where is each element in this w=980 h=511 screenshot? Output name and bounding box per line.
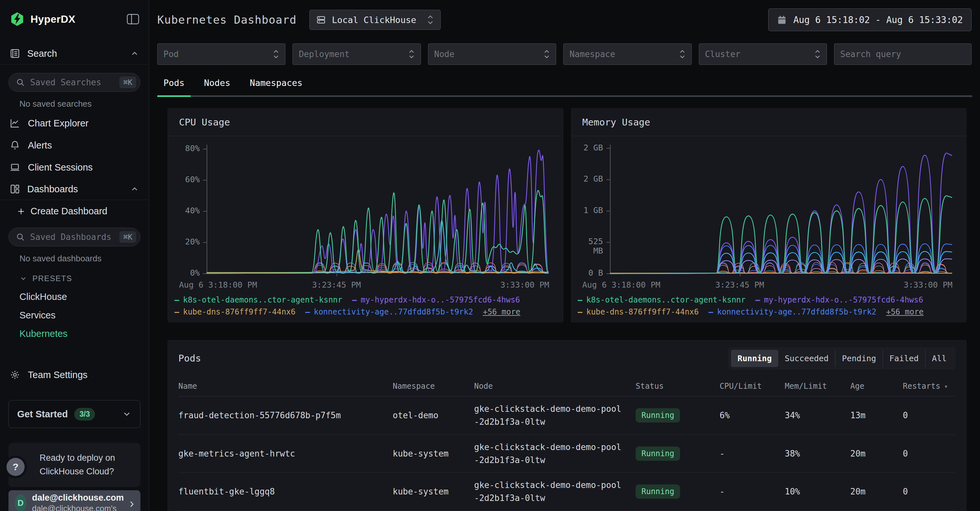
preset-list: ClickHouseServicesKubernetes [0,288,149,343]
status-filter-running[interactable]: Running [731,350,778,367]
legend-item[interactable]: —my-hyperdx-hdx-o..-57975fcd6-4hws6 [352,295,520,304]
filter-select-deployment[interactable]: Deployment [293,43,421,65]
filter-placeholder: Cluster [705,49,741,59]
chevron-down-icon [19,275,27,282]
column-header-node[interactable]: Node [474,376,636,396]
column-header-namespace[interactable]: Namespace [393,376,474,396]
legend-item[interactable]: —k8s-otel-daemons..ctor-agent-ksnnr [175,295,342,304]
select-chevrons-icon [814,49,821,59]
search-query-input[interactable]: Search query [834,43,972,65]
cpu-usage-card: CPU Usage 80%60%40%20%0%Aug 6 3:18:00 PM… [168,108,563,322]
sidebar-collapse-button[interactable] [127,14,139,25]
user-identity: dale@clickhouse.com dale@clickhouse.com'… [32,492,124,511]
table-row[interactable]: gke-metrics-agent-hrwtckube-systemgke-cl… [178,435,956,473]
legend-item[interactable]: —kube-dns-876ff9ff7-44nx6 [175,307,296,317]
legend-swatch: — [175,307,179,317]
status-filter-failed[interactable]: Failed [883,350,925,367]
preset-item-services[interactable]: Services [0,306,149,325]
filter-select-pod[interactable]: Pod [157,43,285,65]
sidebar-item-label: Search [27,48,57,59]
search-icon [16,78,25,87]
filter-select-cluster[interactable]: Cluster [699,43,827,65]
y-axis-tick-label: 2 GB [571,143,603,153]
presets-section-toggle[interactable]: PRESETS [0,267,149,288]
chart-body[interactable]: 2 GB2 GB1 GB525 MB0 BAug 6 3:18:00 PM3:2… [571,136,966,322]
filter-select-namespace[interactable]: Namespace [563,43,691,65]
tab-nodes[interactable]: Nodes [198,76,236,97]
sidebar-divider [0,64,149,65]
dashboard-content: CPU Usage 80%60%40%20%0%Aug 6 3:18:00 PM… [150,97,980,511]
select-chevrons-icon [544,49,550,59]
panel-toggle-icon [127,14,139,25]
y-axis-tick-label: 0% [168,269,200,278]
search-icon [16,232,25,242]
chart-legend: —k8s-otel-daemons..ctor-agent-ksnnr—my-h… [578,294,933,318]
sidebar-item-label: Client Sessions [28,162,93,173]
x-axis-labels: Aug 6 3:18:00 PM3:23:45 PM3:33:00 PM [207,280,548,291]
cell-restarts: 0 [903,435,956,473]
tab-pods[interactable]: Pods [157,76,191,97]
legend-label: my-hyperdx-hdx-o..-57975fcd6-4hws6 [764,295,923,304]
legend-label: k8s-otel-daemons..ctor-agent-ksnnr [586,295,746,304]
legend-item[interactable]: —konnectivity-age..77dfdd8f5b-t9rk2 [709,307,877,317]
x-axis-labels: Aug 6 3:18:00 PM3:23:45 PM3:33:00 PM [610,280,951,291]
status-filter-pending[interactable]: Pending [835,350,882,367]
chart-body[interactable]: 80%60%40%20%0%Aug 6 3:18:00 PM3:23:45 PM… [168,136,563,322]
cell-node: gke-clickstack-demo-demo-pool-2d2b1f3a-0… [474,473,636,511]
cell-namespace: kube-system [393,473,474,511]
time-range-picker[interactable]: Aug 6 15:18:02 - Aug 6 15:33:02 [768,8,972,31]
sidebar-item-dashboards[interactable]: Dashboards [0,178,149,200]
sidebar-item-alerts[interactable]: Alerts [0,134,149,156]
legend-item[interactable]: —k8s-otel-daemons..ctor-agent-ksnnr [578,295,746,304]
chart-plot[interactable] [202,144,549,277]
main-content: Kubernetes Dashboard Local ClickHouse Au… [150,0,980,511]
chart-plot[interactable] [605,144,952,277]
preset-item-clickhouse[interactable]: ClickHouse [0,288,149,306]
column-header-age[interactable]: Age [850,376,903,396]
column-header-status[interactable]: Status [636,376,720,396]
cell-node: gke-clickstack-demo-demo-pool-2d2b1f3a-0… [474,435,636,473]
legend-more-link[interactable]: +56 more [483,307,520,317]
laptop-icon [10,162,20,172]
sidebar-item-chart-explorer[interactable]: Chart Explorer [0,112,149,134]
filter-placeholder: Node [434,49,455,59]
plus-icon [17,207,25,216]
x-axis-tick-label: 3:33:00 PM [500,280,549,290]
column-header-cpu-limit[interactable]: CPU/Limit [720,376,785,396]
legend-label: konnectivity-age..77dfdd8f5b-t9rk2 [717,307,876,317]
table-row[interactable]: fraud-detection-55776d678b-p7f5motel-dem… [178,396,956,435]
legend-item[interactable]: —my-hyperdx-hdx-o..-57975fcd6-4hws6 [755,295,923,304]
create-dashboard-label: Create Dashboard [30,206,107,216]
help-icon[interactable]: ? [6,458,25,476]
sidebar-item-search[interactable]: Search [0,43,149,64]
status-filter-all[interactable]: All [925,350,953,367]
chart-title: CPU Usage [168,108,563,136]
create-dashboard-button[interactable]: Create Dashboard [0,200,149,219]
chevron-up-icon [130,49,139,58]
data-source-select[interactable]: Local ClickHouse [309,10,441,30]
column-header-mem-limit[interactable]: Mem/Limit [785,376,850,396]
sidebar: HyperDX Search Saved Searches ⌘K No save… [0,0,149,511]
no-saved-searches-text: No saved searches [0,94,149,112]
tab-namespaces[interactable]: Namespaces [243,76,309,97]
page-title: Kubernetes Dashboard [157,13,296,26]
filter-select-node[interactable]: Node [428,43,556,65]
saved-dashboards-input[interactable]: Saved Dashboards ⌘K [8,228,140,247]
legend-item[interactable]: —konnectivity-age..77dfdd8f5b-t9rk2 [305,307,473,317]
status-filter-succeeded[interactable]: Succeeded [778,350,835,367]
cell-namespace: otel-demo [393,396,474,435]
table-row[interactable]: fluentbit-gke-lggq8kube-systemgke-clicks… [178,473,956,511]
clickhouse-cloud-promo[interactable]: ? Ready to deploy on ClickHouse Cloud? [8,443,140,487]
legend-label: kube-dns-876ff9ff7-44nx6 [183,307,296,317]
legend-item[interactable]: —kube-dns-876ff9ff7-44nx6 [578,307,699,317]
legend-more-link[interactable]: +56 more [886,307,924,317]
sidebar-item-client-sessions[interactable]: Client Sessions [0,156,149,178]
sidebar-item-team-settings[interactable]: Team Settings [0,364,149,386]
column-header-restarts[interactable]: Restarts▾ [903,376,956,396]
saved-searches-input[interactable]: Saved Searches ⌘K [8,73,140,92]
get-started-button[interactable]: Get Started 3/3 [8,400,140,428]
sidebar-item-label: Dashboards [27,184,78,194]
column-header-name[interactable]: Name [178,376,393,396]
preset-item-kubernetes[interactable]: Kubernetes [0,325,149,343]
user-account-button[interactable]: D dale@clickhouse.com dale@clickhouse.co… [8,490,140,511]
